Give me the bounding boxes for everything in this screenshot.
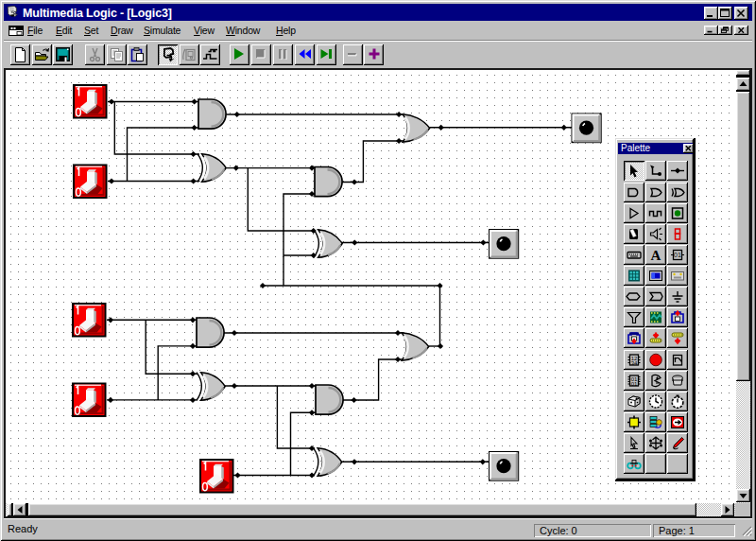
- svg-text:01: 01: [631, 381, 638, 387]
- svg-text:A: A: [651, 248, 662, 263]
- svg-text:34: 34: [631, 360, 638, 366]
- svg-text:01: 01: [674, 252, 681, 258]
